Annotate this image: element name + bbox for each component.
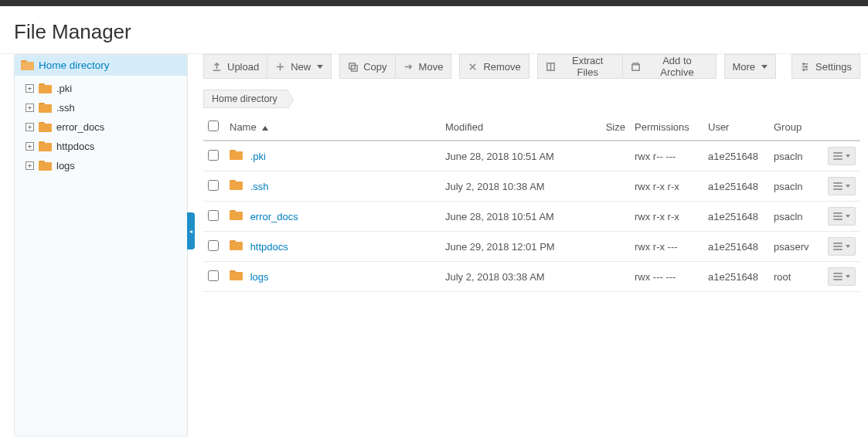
column-user-label: User bbox=[708, 121, 729, 133]
folder-icon bbox=[230, 210, 243, 220]
expand-icon[interactable]: + bbox=[26, 123, 34, 131]
column-header-name[interactable]: Name bbox=[225, 114, 441, 141]
upload-label: Upload bbox=[227, 61, 259, 73]
svg-rect-3 bbox=[631, 64, 638, 70]
row-menu-button[interactable] bbox=[828, 237, 856, 256]
column-group-label: Group bbox=[774, 121, 802, 133]
chevron-down-icon bbox=[846, 245, 850, 248]
window-chrome bbox=[0, 0, 868, 6]
folder-icon bbox=[39, 103, 52, 113]
table-row[interactable]: logsJuly 2, 2018 03:38 AMrwx --- ---a1e2… bbox=[203, 262, 860, 292]
file-name-link[interactable]: httpdocs bbox=[250, 241, 288, 253]
file-name-link[interactable]: .pki bbox=[250, 151, 266, 162]
chevron-down-icon bbox=[317, 65, 323, 69]
select-all-checkbox[interactable] bbox=[208, 120, 219, 131]
page-title: File Manager bbox=[0, 6, 868, 53]
more-button[interactable]: More bbox=[724, 54, 776, 79]
cell-modified: June 28, 2018 10:51 AM bbox=[441, 202, 587, 232]
tree-root-home[interactable]: Home directory bbox=[15, 55, 187, 76]
column-header-actions bbox=[823, 114, 860, 141]
archive-button[interactable]: Add to Archive bbox=[623, 54, 717, 79]
new-button[interactable]: New bbox=[267, 54, 332, 79]
column-header-group[interactable]: Group bbox=[769, 114, 823, 141]
cell-size bbox=[587, 262, 630, 292]
move-button[interactable]: Move bbox=[396, 54, 452, 79]
cell-size bbox=[587, 171, 630, 202]
tree-item-pki[interactable]: + .pki bbox=[15, 79, 187, 98]
cell-modified: July 2, 2018 10:38 AM bbox=[441, 171, 587, 202]
extract-icon bbox=[545, 61, 557, 73]
expand-icon[interactable]: + bbox=[26, 104, 34, 112]
tree-item-label: .ssh bbox=[56, 102, 75, 114]
row-menu-button[interactable] bbox=[828, 267, 856, 286]
svg-rect-1 bbox=[352, 65, 358, 71]
tree-children: + .pki + .ssh + error_docs + httpdocs + bbox=[15, 76, 187, 178]
cell-user: a1e251648 bbox=[703, 232, 769, 262]
table-row[interactable]: .sshJuly 2, 2018 10:38 AMrwx r-x r-xa1e2… bbox=[203, 171, 860, 202]
cell-user: a1e251648 bbox=[703, 202, 769, 232]
cell-user: a1e251648 bbox=[703, 262, 769, 292]
table-row[interactable]: .pkiJune 28, 2018 10:51 AMrwx r-- ---a1e… bbox=[203, 141, 860, 171]
workspace: Home directory + .pki + .ssh + error_doc… bbox=[0, 53, 868, 448]
cell-user: a1e251648 bbox=[703, 141, 769, 171]
remove-icon bbox=[467, 61, 478, 73]
cell-group: psacln bbox=[769, 141, 823, 171]
expand-icon[interactable]: + bbox=[26, 142, 34, 151]
tree-item-ssh[interactable]: + .ssh bbox=[15, 98, 187, 117]
file-name-link[interactable]: logs bbox=[250, 271, 269, 283]
expand-icon[interactable]: + bbox=[26, 84, 34, 93]
row-checkbox[interactable] bbox=[208, 180, 219, 191]
row-checkbox[interactable] bbox=[208, 150, 219, 161]
folder-icon bbox=[39, 141, 52, 151]
row-menu-button[interactable] bbox=[828, 147, 856, 165]
remove-label: Remove bbox=[483, 61, 520, 73]
menu-icon bbox=[833, 212, 842, 220]
tree-item-label: error_docs bbox=[56, 121, 104, 133]
row-checkbox[interactable] bbox=[208, 240, 219, 251]
file-name-link[interactable]: .ssh bbox=[250, 181, 269, 192]
file-table: Name Modified Size Permissions User Grou… bbox=[203, 114, 860, 292]
more-label: More bbox=[732, 61, 755, 73]
remove-button[interactable]: Remove bbox=[459, 54, 529, 79]
upload-button[interactable]: Upload bbox=[203, 54, 267, 79]
table-row[interactable]: httpdocsJune 29, 2018 12:01 PMrwx r-x --… bbox=[203, 232, 860, 262]
column-header-permissions[interactable]: Permissions bbox=[630, 114, 703, 141]
copy-button[interactable]: Copy bbox=[339, 54, 395, 79]
cell-size bbox=[587, 232, 630, 262]
tree-item-label: logs bbox=[56, 160, 75, 171]
cell-permissions: rwx r-- --- bbox=[630, 141, 703, 171]
cell-permissions: rwx r-x --- bbox=[630, 232, 703, 262]
chevron-down-icon bbox=[761, 65, 768, 69]
archive-icon bbox=[630, 61, 642, 73]
tree-item-error-docs[interactable]: + error_docs bbox=[15, 117, 187, 137]
cell-size bbox=[587, 141, 630, 171]
cell-modified: June 29, 2018 12:01 PM bbox=[441, 232, 587, 262]
chevron-down-icon bbox=[846, 185, 850, 188]
column-modified-label: Modified bbox=[445, 121, 483, 133]
row-checkbox[interactable] bbox=[208, 210, 219, 221]
extract-button[interactable]: Extract Files bbox=[537, 54, 623, 79]
folder-icon bbox=[230, 180, 243, 190]
settings-button[interactable]: Settings bbox=[791, 54, 860, 79]
column-header-modified[interactable]: Modified bbox=[441, 114, 587, 141]
column-header-user[interactable]: User bbox=[703, 114, 769, 141]
expand-icon[interactable]: + bbox=[26, 161, 34, 170]
column-header-size[interactable]: Size bbox=[587, 114, 630, 141]
cell-group: psaserv bbox=[769, 232, 823, 262]
cell-permissions: rwx r-x r-x bbox=[630, 202, 703, 232]
tree-item-httpdocs[interactable]: + httpdocs bbox=[15, 137, 187, 156]
menu-icon bbox=[833, 273, 842, 280]
file-name-link[interactable]: error_docs bbox=[250, 211, 298, 222]
row-menu-button[interactable] bbox=[828, 207, 856, 226]
tree-item-logs[interactable]: + logs bbox=[15, 156, 187, 175]
tree-item-label: .pki bbox=[56, 83, 72, 94]
new-label: New bbox=[291, 61, 311, 73]
table-row[interactable]: error_docsJune 28, 2018 10:51 AMrwx r-x … bbox=[203, 202, 860, 232]
sidebar-collapse-handle[interactable]: ◂ bbox=[187, 212, 195, 249]
row-menu-button[interactable] bbox=[828, 177, 856, 195]
cell-group: psacln bbox=[769, 171, 823, 202]
menu-icon bbox=[833, 243, 842, 250]
breadcrumb-home[interactable]: Home directory bbox=[203, 90, 288, 108]
row-checkbox[interactable] bbox=[208, 270, 219, 281]
column-permissions-label: Permissions bbox=[635, 121, 689, 133]
